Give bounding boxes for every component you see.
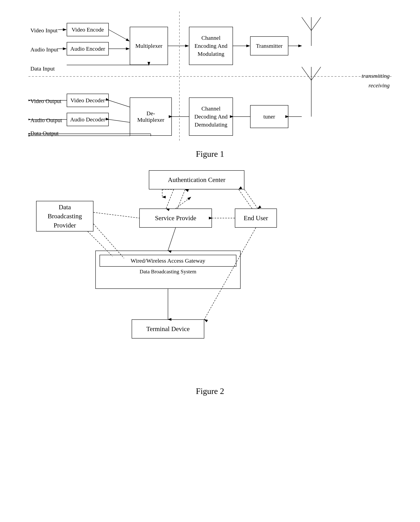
- video-decoder-box: Video Decoder: [67, 94, 109, 107]
- authentication-center-box: Authentication Center: [149, 170, 244, 189]
- transmitting-label: transmitting: [361, 73, 389, 79]
- audio-encoder-box: Audio Encoder: [67, 42, 109, 55]
- svg-line-19: [311, 67, 321, 80]
- figure2-section: Authentication Center Service Provide En…: [29, 170, 391, 381]
- figure1-label: Figure 1: [15, 149, 405, 159]
- svg-line-43: [177, 189, 185, 208]
- de-multiplexer-box: De-Multiplexer: [130, 98, 172, 136]
- gateway-box: Wired/Wireless Access Gateway Data Broad…: [95, 251, 241, 289]
- transmitter-box: Transmitter: [250, 36, 288, 55]
- svg-line-51: [93, 212, 139, 218]
- multiplexer-box: Multiplexer: [130, 27, 168, 65]
- tuner-box: tuner: [250, 105, 288, 128]
- data-input-label: Data Input: [31, 65, 55, 72]
- figure2-diagram: Authentication Center Service Provide En…: [29, 170, 391, 381]
- svg-line-26: [109, 119, 130, 122]
- gateway-inner-box: Wired/Wireless Access Gateway: [99, 255, 236, 267]
- figure2-label: Figure 2: [15, 386, 405, 396]
- channel-encoding-box: Channel Encoding And Modulating: [189, 27, 233, 65]
- terminal-device-box: Terminal Device: [132, 319, 204, 338]
- data-output-label: Data Output: [31, 130, 59, 137]
- svg-line-41: [176, 197, 191, 208]
- svg-line-44: [244, 189, 258, 208]
- figure1-section: Video Encode Audio Encoder Multiplexer C…: [15, 11, 405, 141]
- svg-line-18: [302, 67, 311, 80]
- gateway-system-label: Data Broadcasting System: [99, 269, 236, 275]
- service-provide-box: Service Provide: [139, 208, 212, 228]
- svg-line-47: [168, 228, 176, 251]
- video-input-label: Video Input: [31, 27, 58, 34]
- svg-line-42: [166, 189, 174, 208]
- channel-decoding-box: Channel Decoding And Demodulating: [189, 98, 233, 136]
- svg-line-13: [311, 17, 321, 31]
- audio-input-label: Audio Input: [31, 46, 58, 53]
- receiving-label: receiving: [369, 82, 390, 89]
- svg-line-4: [109, 30, 129, 41]
- end-user-box: End User: [235, 208, 277, 228]
- data-broadcasting-provider-box: Data Broadcasting Provider: [36, 201, 93, 231]
- svg-line-12: [302, 17, 311, 31]
- svg-line-25: [109, 100, 130, 107]
- figure1-diagram: Video Encode Audio Encoder Multiplexer C…: [29, 11, 391, 141]
- audio-decoder-box: Audio Decoder: [67, 113, 109, 126]
- svg-line-45: [239, 189, 252, 208]
- audio-output-label: Audio Output: [31, 117, 62, 123]
- video-output-label: Video Output: [31, 98, 61, 104]
- video-encode-box: Video Encode: [67, 23, 109, 36]
